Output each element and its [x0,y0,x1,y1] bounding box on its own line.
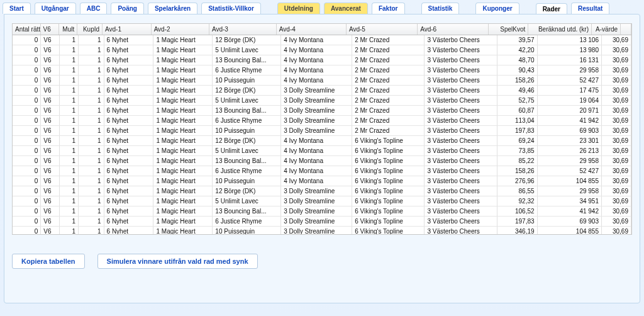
tab-kuponger[interactable]: Kuponger [475,3,519,14]
col-header[interactable]: Beräknad utd. (kr) [528,24,592,35]
col-header[interactable]: Avd-2 [151,24,209,35]
cell: 3 Västerbo Cheers [425,186,497,196]
col-header[interactable]: Antal rätt [13,24,40,35]
cell: 30,69 [601,176,631,186]
col-header[interactable]: Avd-4 [276,24,346,35]
table-row[interactable]: 0V6116 Nyhet1 Magic Heart12 Börge (DK)4 … [13,35,631,45]
col-header[interactable]: Mult [58,24,77,35]
cell: 1 [60,76,79,86]
table-row[interactable]: 0V6116 Nyhet1 Magic Heart12 Börge (DK)3 … [13,186,631,196]
cell: 30,69 [601,86,631,96]
col-header[interactable]: Avd-5 [346,24,417,35]
cell: 1 [79,156,104,166]
cell: 39,57 [497,35,537,45]
cell: 6 Nyhet [104,146,153,156]
table-row[interactable]: 0V6116 Nyhet1 Magic Heart10 Puisseguin4 … [13,176,631,186]
tab-faktor[interactable]: Faktor [372,3,405,14]
tab-resultat[interactable]: Resultat [571,3,609,14]
cell: 3 Västerbo Cheers [425,176,497,186]
tab-statistik-villkor[interactable]: Statistik-Villkor [201,3,261,14]
cell: 0 [13,227,41,235]
cell: 1 Magic Heart [153,45,213,55]
tab-poäng[interactable]: Poäng [111,3,144,14]
cell: 30,69 [601,206,631,217]
grid-scroll-area[interactable]: 0V6116 Nyhet1 Magic Heart12 Börge (DK)4 … [13,35,631,235]
cell: 23 301 [537,136,601,146]
cell: 1 [60,227,79,235]
cell: V6 [41,166,60,176]
grid-header-table: Antal rättV6MultKupIdAvd-1Avd-2Avd-3Avd-… [13,24,631,35]
cell: V6 [41,146,60,156]
cell: 1 Magic Heart [153,55,213,65]
cell: 1 [79,126,104,136]
cell: 6 Nyhet [104,227,153,235]
cell: 90,43 [497,65,537,76]
cell: 12 Börge (DK) [213,35,281,45]
col-header[interactable]: A-värde [592,24,621,35]
cell: 3 Västerbo Cheers [425,136,497,146]
cell: 0 [13,65,41,76]
grid-header-row: Antal rättV6MultKupIdAvd-1Avd-2Avd-3Avd-… [13,24,631,35]
cell: 0 [13,55,41,65]
table-row[interactable]: 0V6116 Nyhet1 Magic Heart5 Unlimit Lavec… [13,146,631,156]
cell: 30,69 [601,166,631,176]
tab-start[interactable]: Start [3,3,31,14]
col-header[interactable]: V6 [40,24,58,35]
tab-abc[interactable]: ABC [80,3,108,14]
cell: 30,69 [601,65,631,76]
cell: 6 Nyhet [104,96,153,106]
col-header[interactable]: Avd-1 [103,24,152,35]
cell: V6 [41,116,60,126]
tab-avancerat[interactable]: Avancerat [324,3,368,14]
table-row[interactable]: 0V6116 Nyhet1 Magic Heart6 Justice Rhyme… [13,166,631,176]
cell: 10 Puisseguin [213,227,281,235]
col-header[interactable]: Avd-3 [209,24,276,35]
cell: 3 Västerbo Cheers [425,45,497,55]
tab-utdelning[interactable]: Utdelning [277,3,320,14]
tab-spelarkåren[interactable]: Spelarkåren [148,3,197,14]
table-row[interactable]: 0V6116 Nyhet1 Magic Heart13 Bouncing Bal… [13,106,631,116]
table-row[interactable]: 0V6116 Nyhet1 Magic Heart6 Justice Rhyme… [13,116,631,126]
simulate-winner-button[interactable]: Simulera vinnare utifrån vald rad med sy… [97,254,258,269]
tab-statistik[interactable]: Statistik [421,3,460,14]
table-row[interactable]: 0V6116 Nyhet1 Magic Heart5 Unlimit Lavec… [13,45,631,55]
cell: 30,69 [601,35,631,45]
cell: 2 Mr Crazed [352,96,425,106]
cell: 1 [79,96,104,106]
tab-utgångar[interactable]: Utgångar [35,3,76,14]
cell: 6 Viking's Topline [352,146,425,156]
table-row[interactable]: 0V6116 Nyhet1 Magic Heart10 Puisseguin3 … [13,227,631,235]
cell: 2 Mr Crazed [352,106,425,116]
copy-table-button[interactable]: Kopiera tabellen [12,254,85,269]
table-row[interactable]: 0V6116 Nyhet1 Magic Heart13 Bouncing Bal… [13,206,631,217]
cell: 0 [13,146,41,156]
table-row[interactable]: 0V6116 Nyhet1 Magic Heart5 Unlimit Lavec… [13,196,631,206]
table-row[interactable]: 0V6116 Nyhet1 Magic Heart6 Justice Rhyme… [13,65,631,76]
cell: 6 Viking's Topline [352,217,425,227]
cell: 0 [13,116,41,126]
col-header[interactable]: Avd-6 [418,24,489,35]
table-row[interactable]: 0V6116 Nyhet1 Magic Heart13 Bouncing Bal… [13,55,631,65]
cell: 30,69 [601,156,631,166]
table-row[interactable]: 0V6116 Nyhet1 Magic Heart10 Puisseguin3 … [13,126,631,136]
cell: 6 Nyhet [104,206,153,217]
cell: 1 [79,227,104,235]
cell: 1 [79,55,104,65]
cell: 113,04 [497,116,537,126]
tab-rader[interactable]: Rader [536,3,567,14]
col-header[interactable]: SpelKvot [489,24,528,35]
cell: 3 Dolly Streamline [281,196,352,206]
cell: 3 Dolly Streamline [281,96,352,106]
col-header[interactable]: KupId [77,24,103,35]
cell: 6 Nyhet [104,55,153,65]
table-row[interactable]: 0V6116 Nyhet1 Magic Heart10 Puisseguin4 … [13,76,631,86]
cell: 1 [60,86,79,96]
table-row[interactable]: 0V6116 Nyhet1 Magic Heart5 Unlimit Lavec… [13,96,631,106]
cell: 1 [60,65,79,76]
table-row[interactable]: 0V6116 Nyhet1 Magic Heart12 Börge (DK)3 … [13,86,631,96]
table-row[interactable]: 0V6116 Nyhet1 Magic Heart6 Justice Rhyme… [13,217,631,227]
cell: 29 958 [537,186,601,196]
table-row[interactable]: 0V6116 Nyhet1 Magic Heart13 Bouncing Bal… [13,156,631,166]
cell: V6 [41,126,60,136]
table-row[interactable]: 0V6116 Nyhet1 Magic Heart12 Börge (DK)4 … [13,136,631,146]
